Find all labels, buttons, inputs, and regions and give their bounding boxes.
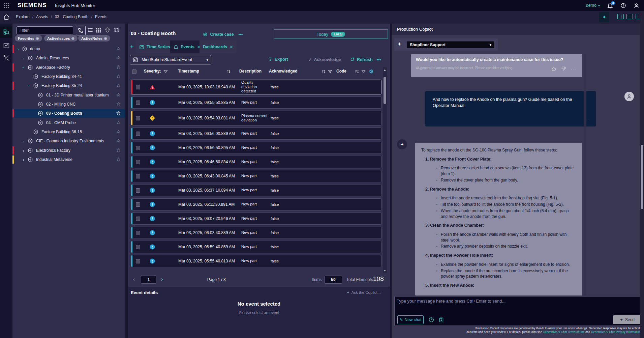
tree-item-demo[interactable]: › demo ☆ [12,45,125,53]
new-chat-button[interactable]: ✎ New chat [397,315,424,324]
column-acknowledged[interactable]: Acknowledged [269,69,298,74]
time-range-selector[interactable]: Today Local [274,29,388,39]
tree-item-milling-cnc[interactable]: 02 - Milling CNC ☆ [12,100,125,109]
terms-of-use-link[interactable]: Generative AI Chat Terms of Use [543,330,585,334]
tab-events[interactable]: Events ✕ [170,40,204,53]
row-checkbox[interactable] [136,146,140,150]
message-input[interactable] [396,298,586,313]
table-scrollbar[interactable]: ▲ ▼ [383,67,387,273]
tree-item-3d-printer[interactable]: 01 - 3D Printer metal laser titanium ☆ [12,91,125,100]
row-checkbox[interactable] [136,217,140,221]
tree-item-factory-building-34-41[interactable]: Factory Building 34-41 ☆ [12,72,125,81]
tree-view-button[interactable] [76,26,86,35]
event-row[interactable]: Mar 03, 2025, 06:56:00.889 AM New part f… [131,128,381,140]
grid-view-icon[interactable] [95,27,101,33]
thumbs-up-icon[interactable] [551,66,556,71]
assistant-select[interactable]: Shopfloor Support ▾ [407,41,494,48]
favorite-star-icon[interactable]: ☆ [116,46,121,51]
row-checkbox[interactable] [136,85,140,89]
window-scrollbar[interactable] [640,11,644,338]
tree-item-coating-booth-selected[interactable]: 03 - Coating Booth ☆ [12,109,125,118]
sort-icon[interactable] [321,69,326,74]
chat-scrollbar[interactable] [584,54,586,295]
acknowledge-button[interactable]: ✓ Acknowledge [308,57,341,62]
event-row[interactable]: Mar 03, 2025, 09:54:03.031 AM Plasma cur… [131,111,381,125]
filter-funnel-icon[interactable] [361,69,366,74]
favorite-star-icon[interactable]: ☆ [116,129,121,134]
row-checkbox[interactable] [136,160,140,164]
refresh-button[interactable]: Refresh ••• [350,57,381,62]
row-checkbox[interactable] [136,202,140,207]
rail-asset-explorer-button[interactable] [0,26,12,38]
favorite-star-icon[interactable]: ☆ [116,110,121,116]
ask-copilot-button[interactable]: ✦ Ask the Copilot... [346,290,381,295]
tab-dashboards[interactable]: Dashboards ✕ [200,40,237,53]
column-timestamp[interactable]: Timestamp [178,69,199,74]
location-pin-icon[interactable] [104,27,111,33]
sort-icon[interactable] [355,69,359,74]
favorite-star-icon[interactable]: ☆ [116,92,121,97]
list-view-icon[interactable] [87,27,93,33]
scrollbar-thumb[interactable] [641,145,643,209]
event-row[interactable]: Mar 03, 2025, 06:43:00.845 AM New part f… [131,170,381,182]
create-case-button[interactable]: ⊕ Create case ••• [203,31,243,37]
row-checkbox[interactable] [136,259,140,263]
chevron-collapsed-icon[interactable]: › [22,139,25,144]
tree-item-admin-resources[interactable]: › Admin_Resources ☆ [12,54,125,62]
favorite-star-icon[interactable]: ☆ [116,101,121,107]
row-checkbox[interactable] [136,116,140,120]
tree-item-cie[interactable]: › CIE - Common Industry Environments ☆ [12,137,125,145]
close-icon[interactable]: ✕ [229,45,233,50]
row-checkbox[interactable] [136,132,140,136]
tree-item-industrial-metaverse[interactable]: › Industrial Metaverse ☆ [12,155,125,164]
rail-monitoring-button[interactable] [0,40,12,51]
row-checkbox[interactable] [136,231,140,235]
event-row[interactable]: Mar 03, 2025, 05:55:40.813 AM New part f… [131,255,381,267]
event-row[interactable]: Mar 03, 2025, 05:59:40.859 AM New part f… [131,241,381,253]
column-code[interactable]: Code [336,69,346,74]
chip-active-issues[interactable]: ActiveIssues⊕ [44,35,78,41]
event-row[interactable]: Mar 03, 2025, 06:11:30.891 AM New part f… [131,198,381,210]
tree-item-factory-building-36-15[interactable]: Factory Building 36-15 ☆ [12,128,125,136]
chevron-expanded-icon[interactable]: › [21,66,26,69]
layout-split-icon[interactable] [626,14,633,19]
favorite-star-icon[interactable]: ☆ [116,147,121,153]
more-actions-button[interactable]: ••• [239,32,243,37]
app-launcher-icon[interactable] [4,3,9,8]
privacy-information-link[interactable]: Generative AI Chat Privacy Information [591,330,641,334]
map-view-icon[interactable] [113,27,120,33]
chip-active-rules[interactable]: ActiveRules⊕ [78,35,110,41]
chevron-collapsed-icon[interactable]: › [22,56,25,61]
message-more-button[interactable]: ... [571,66,577,71]
column-description[interactable]: Description [239,69,262,74]
prev-page-button[interactable]: ‹ [133,276,135,283]
chevron-collapsed-icon[interactable]: › [22,157,25,162]
layout-right-panel-icon[interactable] [617,14,624,19]
select-all-checkbox[interactable] [132,69,136,74]
event-row[interactable]: Mar 03, 2025, 06:46:50.834 AM New part f… [131,156,381,168]
user-menu[interactable]: demo ▾ [586,3,600,8]
tree-item-factory-building-35-24[interactable]: › Factory Building 35-24 ☆ [12,81,125,90]
tree-item-cmm-probe[interactable]: 04 - CMM Probe ☆ [12,118,125,127]
row-checkbox[interactable] [136,245,140,249]
row-checkbox[interactable] [136,174,140,178]
chevron-collapsed-icon[interactable]: › [22,148,25,153]
sort-updown-icon[interactable] [226,69,231,74]
thumbs-down-icon[interactable] [561,66,566,71]
send-button[interactable]: ✦ Send [613,315,641,324]
favorite-star-icon[interactable]: ☆ [116,138,121,143]
event-row[interactable]: Mar 03, 2025, 10:03:16.949 AM Quality de… [131,80,381,94]
scrollbar-thumb[interactable] [384,77,386,104]
table-more-button[interactable]: ••• [377,57,381,62]
rail-tools-button[interactable] [0,52,12,64]
favorite-star-icon[interactable]: ☆ [116,74,121,79]
copilot-toggle-button[interactable]: ✦ [599,12,609,22]
current-page-box[interactable]: 1 [141,276,156,284]
sort-icon[interactable] [157,69,161,74]
event-row[interactable]: Mar 03, 2025, 09:55:50.885 AM New part f… [131,96,381,109]
history-icon[interactable] [428,317,434,323]
export-button[interactable]: Export [268,57,288,62]
favorite-star-icon[interactable]: ☆ [116,64,121,70]
event-row[interactable]: Mar 03, 2025, 06:50:50.895 AM New part f… [131,142,381,154]
filter-funnel-icon[interactable] [163,69,168,74]
